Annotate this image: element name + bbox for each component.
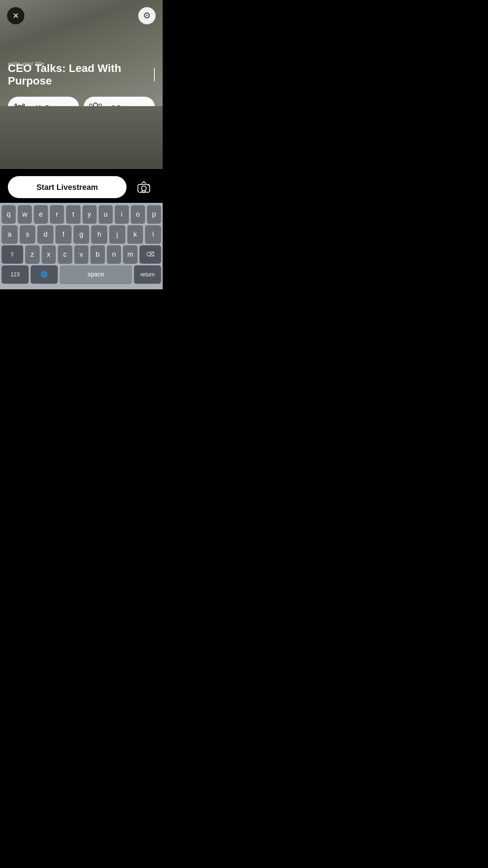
settings-button[interactable]: ⚙	[138, 7, 156, 24]
key-q[interactable]: q	[2, 205, 16, 223]
keyboard-row-2: a s d f g h j k l	[2, 225, 161, 243]
delete-key[interactable]: ⌫	[139, 245, 161, 263]
close-icon: ✕	[13, 11, 19, 20]
svg-point-13	[141, 186, 146, 191]
groups-label: 0 Groups	[105, 104, 142, 107]
key-h[interactable]: h	[91, 225, 107, 243]
close-button[interactable]: ✕	[7, 7, 24, 24]
svg-point-1	[15, 104, 17, 106]
svg-point-11	[99, 104, 102, 107]
groups-chevron-icon: ⌄	[145, 104, 150, 106]
keyboard-row-3: ⇧ z x c v b n m ⌫	[2, 245, 161, 263]
my-team-label: My Team	[29, 104, 66, 107]
key-n[interactable]: n	[107, 245, 121, 263]
key-b[interactable]: b	[90, 245, 105, 263]
key-p[interactable]: p	[147, 205, 161, 223]
key-y[interactable]: y	[83, 205, 97, 223]
svg-point-10	[90, 104, 92, 107]
settings-icon: ⚙	[143, 11, 151, 21]
key-z[interactable]: z	[25, 245, 40, 263]
title-input[interactable]: CEO Talks: Lead With Purpose	[8, 62, 155, 87]
key-c[interactable]: c	[58, 245, 72, 263]
start-livestream-button[interactable]: Start Livestream	[8, 176, 127, 198]
text-cursor	[154, 68, 155, 81]
key-s[interactable]: s	[20, 225, 36, 243]
key-r[interactable]: r	[50, 205, 64, 223]
svg-line-5	[17, 106, 18, 107]
dropdown-row: My Team ⌄ 0 Groups ⌄	[8, 97, 155, 106]
groups-icon	[89, 100, 102, 106]
svg-point-2	[23, 104, 25, 106]
key-x[interactable]: x	[42, 245, 56, 263]
key-w[interactable]: w	[18, 205, 32, 223]
key-o[interactable]: o	[131, 205, 145, 223]
key-l[interactable]: l	[145, 225, 161, 243]
keyboard-row-4: 123 🌐 space return	[2, 265, 161, 283]
network-icon	[13, 100, 26, 106]
camera-background: ✕ ⚙ write your title CEO Talks: Lead Wit…	[0, 0, 163, 106]
svg-point-14	[148, 185, 149, 186]
numbers-key[interactable]: 123	[2, 265, 29, 283]
title-text: CEO Talks: Lead With Purpose	[8, 62, 153, 87]
groups-dropdown[interactable]: 0 Groups ⌄	[84, 97, 155, 106]
key-j[interactable]: j	[109, 225, 125, 243]
svg-point-0	[18, 105, 21, 106]
svg-line-6	[21, 106, 23, 107]
key-i[interactable]: i	[115, 205, 129, 223]
globe-key[interactable]: 🌐	[31, 265, 58, 283]
keyboard-row-1: q w e r t y u i o p	[2, 205, 161, 223]
key-a[interactable]: a	[2, 225, 18, 243]
middle-section	[0, 106, 163, 169]
svg-point-9	[94, 103, 97, 106]
key-k[interactable]: k	[127, 225, 143, 243]
key-u[interactable]: u	[99, 205, 113, 223]
team-chevron-icon: ⌄	[69, 104, 74, 106]
key-e[interactable]: e	[34, 205, 48, 223]
key-v[interactable]: v	[74, 245, 89, 263]
key-d[interactable]: d	[37, 225, 53, 243]
return-key[interactable]: return	[134, 265, 161, 283]
action-row: Start Livestream	[0, 169, 163, 203]
shift-key[interactable]: ⇧	[2, 245, 23, 263]
my-team-dropdown[interactable]: My Team ⌄	[8, 97, 79, 106]
key-g[interactable]: g	[73, 225, 90, 243]
space-key[interactable]: space	[60, 265, 132, 283]
keyboard: q w e r t y u i o p a s d f g h j k l ⇧ …	[0, 203, 163, 287]
key-m[interactable]: m	[123, 245, 138, 263]
keyboard-section: Start Livestream q w e r t y u i o p	[0, 169, 163, 289]
key-t[interactable]: t	[66, 205, 80, 223]
flip-camera-button[interactable]	[133, 176, 155, 198]
home-indicator	[0, 287, 163, 289]
key-f[interactable]: f	[55, 225, 72, 243]
